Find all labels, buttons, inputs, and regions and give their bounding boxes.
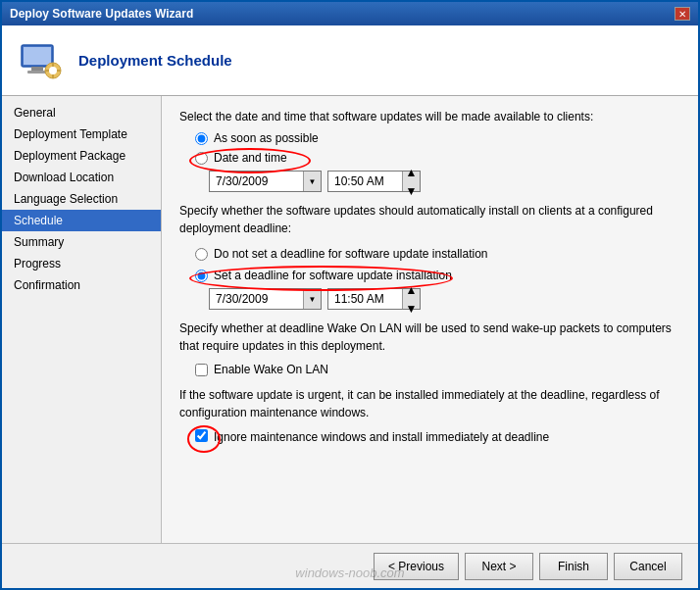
ignore-checkbox-wrapper xyxy=(195,429,208,445)
no-deadline-radio-row: Do not set a deadline for software updat… xyxy=(195,247,680,261)
close-button[interactable]: ✕ xyxy=(675,7,690,21)
sidebar-item-general[interactable]: General xyxy=(2,102,161,123)
asap-label[interactable]: As soon as possible xyxy=(214,131,319,145)
datetime-label[interactable]: Date and time xyxy=(214,151,287,165)
sidebar-item-language-selection[interactable]: Language Selection xyxy=(2,188,161,210)
cancel-button[interactable]: Cancel xyxy=(614,553,682,580)
wol-checkbox[interactable] xyxy=(195,364,208,376)
content-area: General Deployment Template Deployment P… xyxy=(2,96,698,543)
ignore-maintenance-checkbox[interactable] xyxy=(195,429,208,442)
svg-rect-2 xyxy=(31,67,43,71)
next-button[interactable]: Next > xyxy=(465,553,533,580)
header-title: Deployment Schedule xyxy=(78,52,232,69)
previous-button[interactable]: < Previous xyxy=(374,553,459,580)
asap-radio[interactable] xyxy=(195,132,208,145)
finish-button[interactable]: Finish xyxy=(539,553,608,580)
deadline-date-dropdown[interactable]: ▼ xyxy=(303,289,321,309)
wol-label[interactable]: Enable Wake On LAN xyxy=(214,363,328,376)
availability-time-input[interactable]: 10:50 AM ▲ ▼ xyxy=(327,171,421,192)
svg-rect-3 xyxy=(27,71,47,74)
deadline-time-value: 11:50 AM xyxy=(328,289,402,309)
availability-date-value: 7/30/2009 xyxy=(210,172,303,191)
wol-checkbox-row: Enable Wake On LAN xyxy=(195,363,680,376)
svg-rect-6 xyxy=(52,63,54,67)
availability-datetime-row: 7/30/2009 ▼ 10:50 AM ▲ ▼ xyxy=(209,171,680,192)
ignore-maintenance-label[interactable]: Ignore maintenance windows and install i… xyxy=(214,430,549,444)
no-deadline-radio[interactable] xyxy=(195,248,208,261)
availability-time-value: 10:50 AM xyxy=(328,172,402,191)
asap-radio-row: As soon as possible xyxy=(195,131,680,145)
deadline-date-value: 7/30/2009 xyxy=(210,289,303,309)
availability-time-spin[interactable]: ▲ ▼ xyxy=(402,172,420,191)
deadline-datetime-row: 7/30/2009 ▼ 11:50 AM ▲ ▼ xyxy=(209,288,680,310)
wizard-window: Deploy Software Updates Wizard ✕ Deploym… xyxy=(0,0,700,590)
footer: < Previous Next > Finish Cancel xyxy=(2,543,698,588)
sidebar: General Deployment Template Deployment P… xyxy=(2,96,162,543)
svg-rect-1 xyxy=(24,47,51,65)
wol-description: Specify whether at deadline Wake On LAN … xyxy=(179,320,680,355)
svg-rect-7 xyxy=(52,74,54,78)
deadline-time-input[interactable]: 11:50 AM ▲ ▼ xyxy=(327,288,421,310)
no-deadline-label[interactable]: Do not set a deadline for software updat… xyxy=(214,247,488,261)
sidebar-item-summary[interactable]: Summary xyxy=(2,231,161,253)
deadline-description: Specify whether the software updates sho… xyxy=(179,202,680,237)
set-deadline-label[interactable]: Set a deadline for software update insta… xyxy=(214,269,452,282)
availability-description: Select the date and time that software u… xyxy=(179,110,680,123)
ignore-maintenance-checkbox-row: Ignore maintenance windows and install i… xyxy=(195,429,680,445)
sidebar-item-schedule[interactable]: Schedule xyxy=(2,210,161,231)
sidebar-item-download-location[interactable]: Download Location xyxy=(2,167,161,188)
availability-date-dropdown[interactable]: ▼ xyxy=(303,172,321,191)
window-title: Deploy Software Updates Wizard xyxy=(10,7,193,21)
header-area: Deployment Schedule xyxy=(2,25,698,96)
set-deadline-radio[interactable] xyxy=(195,270,208,282)
sidebar-item-deployment-template[interactable]: Deployment Template xyxy=(2,123,161,145)
header-icon xyxy=(18,37,65,84)
sidebar-item-confirmation[interactable]: Confirmation xyxy=(2,274,161,296)
svg-rect-9 xyxy=(57,70,61,72)
datetime-radio-row: Date and time xyxy=(195,151,680,165)
svg-point-5 xyxy=(49,67,57,74)
svg-rect-8 xyxy=(45,70,49,72)
deadline-time-spin[interactable]: ▲ ▼ xyxy=(402,289,420,309)
deadline-date-input[interactable]: 7/30/2009 ▼ xyxy=(209,288,322,310)
main-panel: Select the date and time that software u… xyxy=(162,96,698,543)
title-bar: Deploy Software Updates Wizard ✕ xyxy=(2,2,698,25)
set-deadline-radio-row: Set a deadline for software update insta… xyxy=(195,269,680,282)
availability-date-input[interactable]: 7/30/2009 ▼ xyxy=(209,171,322,192)
sidebar-item-progress[interactable]: Progress xyxy=(2,253,161,274)
urgent-description: If the software update is urgent, it can… xyxy=(179,386,680,421)
sidebar-item-deployment-package[interactable]: Deployment Package xyxy=(2,145,161,167)
datetime-radio[interactable] xyxy=(195,152,208,165)
